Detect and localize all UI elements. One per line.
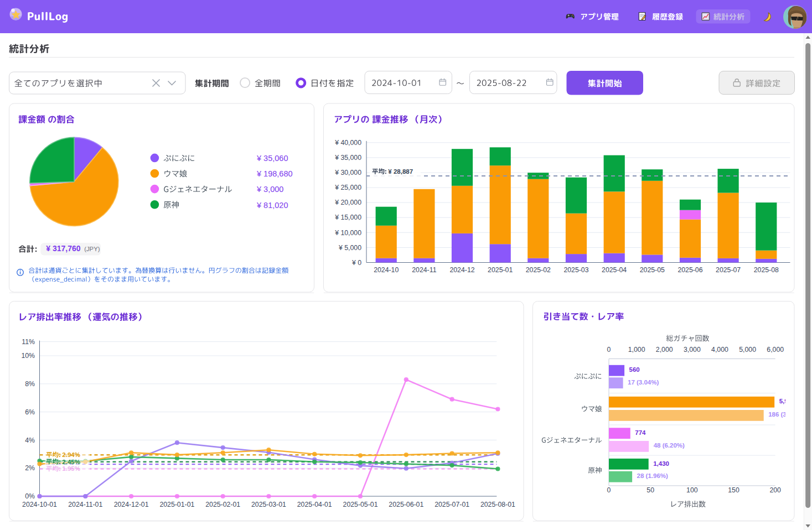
svg-text:560: 560 bbox=[629, 366, 640, 373]
svg-text:2025-07: 2025-07 bbox=[716, 266, 741, 274]
svg-text:2024-11: 2024-11 bbox=[412, 266, 436, 274]
svg-text:4,000: 4,000 bbox=[711, 346, 728, 354]
svg-text:6%: 6% bbox=[25, 408, 35, 416]
svg-text:2025-06-01: 2025-06-01 bbox=[389, 501, 423, 508]
svg-text:¥ 0: ¥ 0 bbox=[351, 259, 361, 267]
svg-text:¥ 5,000: ¥ 5,000 bbox=[338, 244, 361, 252]
svg-text:150: 150 bbox=[728, 486, 739, 494]
svg-text:2025-04-01: 2025-04-01 bbox=[297, 501, 332, 508]
svg-text:¥ 35,000: ¥ 35,000 bbox=[334, 154, 361, 162]
svg-text:¥ 28,887: ¥ 28,887 bbox=[388, 168, 413, 175]
svg-text:2025-08-01: 2025-08-01 bbox=[480, 501, 515, 508]
svg-text:¥ 30,000: ¥ 30,000 bbox=[334, 169, 361, 176]
svg-text:2024-11-01: 2024-11-01 bbox=[68, 501, 102, 508]
svg-text:1.95%: 1.95% bbox=[62, 465, 80, 472]
svg-text:2025-04: 2025-04 bbox=[602, 266, 627, 274]
svg-text:¥ 35,060: ¥ 35,060 bbox=[256, 154, 288, 163]
svg-text:2,000: 2,000 bbox=[656, 346, 673, 354]
svg-text:2025-05: 2025-05 bbox=[640, 266, 665, 274]
svg-text:200: 200 bbox=[769, 486, 781, 494]
svg-text:0: 0 bbox=[607, 486, 611, 494]
svg-text:2025-05-01: 2025-05-01 bbox=[343, 501, 378, 508]
svg-text:2025-02: 2025-02 bbox=[526, 266, 551, 274]
svg-text:6,000: 6,000 bbox=[767, 346, 784, 354]
svg-text:¥ 198,680: ¥ 198,680 bbox=[256, 169, 293, 178]
svg-text:50: 50 bbox=[647, 486, 654, 494]
svg-text:2%: 2% bbox=[25, 464, 35, 472]
svg-text:774: 774 bbox=[635, 429, 646, 436]
svg-text:8%: 8% bbox=[25, 380, 35, 388]
svg-text:2024-12-01: 2024-12-01 bbox=[114, 501, 149, 508]
svg-text:2.94%: 2.94% bbox=[62, 451, 80, 458]
svg-text:4%: 4% bbox=[25, 437, 35, 444]
svg-text:0%: 0% bbox=[25, 492, 35, 500]
svg-text:2025-06: 2025-06 bbox=[677, 266, 702, 274]
svg-text:10%: 10% bbox=[21, 352, 35, 360]
svg-text:¥ 81,020: ¥ 81,020 bbox=[256, 201, 288, 210]
svg-text:17 (3.04%): 17 (3.04%) bbox=[628, 379, 659, 386]
svg-text:(JPY): (JPY) bbox=[84, 246, 100, 252]
svg-text:2025-03-01: 2025-03-01 bbox=[251, 501, 286, 508]
svg-text:11%: 11% bbox=[22, 338, 35, 346]
svg-text:5,000: 5,000 bbox=[739, 346, 756, 354]
svg-text:1,430: 1,430 bbox=[653, 460, 669, 467]
svg-text:¥ 15,000: ¥ 15,000 bbox=[334, 214, 361, 221]
svg-text:2025-03: 2025-03 bbox=[563, 266, 588, 274]
svg-text:¥ 10,000: ¥ 10,000 bbox=[334, 229, 361, 237]
svg-text:¥ 25,000: ¥ 25,000 bbox=[334, 184, 361, 191]
svg-text:2025-01-01: 2025-01-01 bbox=[159, 501, 194, 508]
svg-text:0: 0 bbox=[607, 346, 611, 354]
svg-text:48 (6.20%): 48 (6.20%) bbox=[654, 442, 685, 449]
svg-text:28 (1.96%): 28 (1.96%) bbox=[637, 472, 668, 479]
svg-text:2024-12: 2024-12 bbox=[449, 266, 474, 274]
svg-text:2025-07-01: 2025-07-01 bbox=[435, 501, 469, 508]
svg-text:¥ 20,000: ¥ 20,000 bbox=[334, 199, 361, 206]
svg-text:3,000: 3,000 bbox=[684, 346, 701, 354]
svg-text:2025-08: 2025-08 bbox=[754, 266, 779, 274]
svg-text:2.45%: 2.45% bbox=[62, 459, 80, 465]
svg-text:¥ 3,000: ¥ 3,000 bbox=[256, 185, 283, 194]
svg-text:2025-02-01: 2025-02-01 bbox=[205, 501, 240, 508]
svg-text:1,000: 1,000 bbox=[628, 346, 645, 354]
svg-text:¥ 40,000: ¥ 40,000 bbox=[334, 139, 361, 147]
svg-text:¥ 317,760: ¥ 317,760 bbox=[46, 244, 80, 253]
svg-text:2025-01: 2025-01 bbox=[488, 266, 513, 274]
svg-text:100: 100 bbox=[686, 486, 698, 494]
svg-text:2024-10-01: 2024-10-01 bbox=[22, 501, 57, 508]
svg-text:2024-10: 2024-10 bbox=[374, 266, 399, 274]
